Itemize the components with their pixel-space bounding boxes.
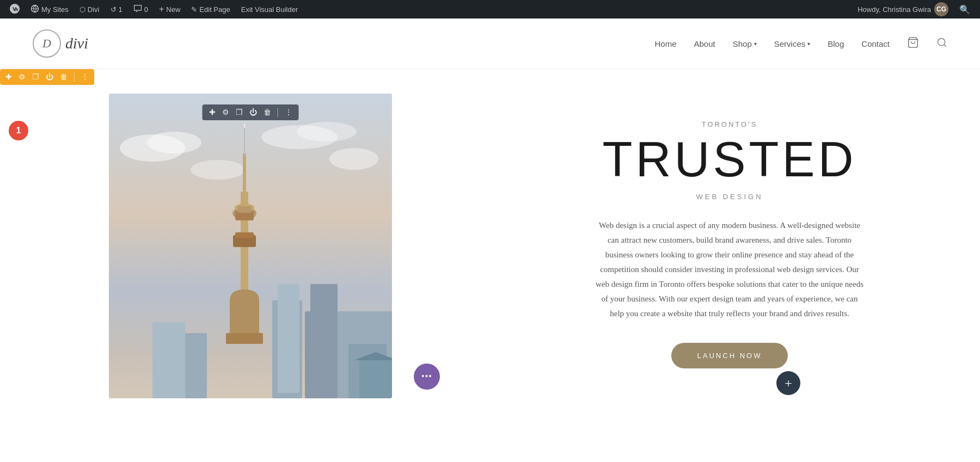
hero-image-column: ✚ ⚙ ❐ ⏻ 🗑 ⋮: [0, 88, 490, 401]
nav-shop[interactable]: Shop ▾: [733, 39, 757, 48]
search-icon-admin[interactable]: 🔍: [955, 4, 975, 15]
comments-button[interactable]: 0: [129, 0, 152, 19]
outer-section-toolbar[interactable]: ✚ ⚙ ❐ ⏻ 🗑 ⋮: [0, 69, 94, 85]
svg-rect-29: [359, 360, 392, 398]
new-button[interactable]: + New: [155, 0, 185, 19]
section-number: 1: [16, 126, 21, 135]
inner-module-toolbar[interactable]: ✚ ⚙ ❐ ⏻ 🗑 ⋮: [203, 104, 299, 120]
search-icon-nav[interactable]: [936, 37, 947, 51]
inner-toolbar-divider: [278, 108, 278, 117]
outer-disable-icon[interactable]: ⏻: [46, 73, 53, 82]
svg-rect-23: [278, 284, 299, 393]
svg-point-7: [297, 122, 357, 141]
svg-rect-20: [226, 333, 263, 344]
new-plus-icon: +: [159, 4, 164, 14]
shop-chevron-icon: ▾: [754, 41, 757, 47]
revisions-button[interactable]: ↺ 1: [106, 0, 127, 19]
outer-more-icon[interactable]: ⋮: [81, 72, 89, 82]
section-number-badge: 1: [9, 121, 28, 140]
wp-icon: [10, 4, 20, 15]
hero-text-column: TORONTO'S TRUSTED WEB DESIGN Web design …: [490, 88, 980, 401]
hero-subtitle: TORONTO'S: [702, 120, 758, 128]
logo-circle-icon: D: [33, 29, 61, 58]
toolbar-divider: [74, 73, 75, 82]
launch-now-button[interactable]: LAUNCH NOW: [671, 343, 788, 368]
new-label: New: [166, 5, 180, 14]
comments-icon: [133, 4, 142, 15]
svg-point-8: [329, 148, 378, 170]
svg-point-2: [938, 38, 945, 45]
dark-fab-button[interactable]: +: [776, 371, 800, 395]
svg-rect-15: [244, 124, 245, 128]
svg-rect-13: [243, 153, 246, 208]
edit-page-button[interactable]: ✎ Edit Page: [187, 0, 234, 19]
inner-duplicate-icon[interactable]: ❐: [236, 108, 243, 117]
wp-logo-button[interactable]: [5, 0, 24, 19]
nav-contact[interactable]: Contact: [861, 39, 890, 48]
howdy-text: Howdy, Christina Gwira CG: [853, 2, 953, 16]
hero-image: [109, 94, 392, 398]
exit-label: Exit Visual Builder: [241, 5, 298, 14]
comments-count: 0: [144, 5, 148, 14]
dark-fab-icon: +: [785, 376, 792, 391]
hero-title: TRUSTED: [603, 135, 857, 184]
outer-delete-icon[interactable]: 🗑: [60, 73, 68, 82]
svg-line-3: [944, 44, 946, 46]
inner-delete-icon[interactable]: 🗑: [264, 108, 271, 117]
svg-rect-24: [310, 284, 338, 398]
hero-body-text: Web design is a crucial aspect of any mo…: [593, 218, 866, 321]
outer-settings-icon[interactable]: ⚙: [19, 72, 26, 82]
edit-icon: ✎: [191, 5, 197, 14]
svg-rect-26: [152, 322, 185, 398]
city-skyline-svg: [109, 94, 392, 398]
site-logo[interactable]: D divi: [33, 29, 88, 58]
outer-duplicate-icon[interactable]: ❐: [32, 72, 39, 82]
hero-image-wrapper: ✚ ⚙ ❐ ⏻ 🗑 ⋮: [109, 94, 392, 398]
edit-label: Edit Page: [199, 5, 230, 14]
my-sites-label: My Sites: [41, 5, 69, 14]
revisions-count: 1: [119, 5, 122, 14]
nav-home[interactable]: Home: [654, 39, 676, 48]
svg-point-9: [191, 160, 245, 180]
inner-add-icon[interactable]: ✚: [209, 108, 216, 117]
svg-rect-14: [244, 126, 245, 156]
site-navigation: Home About Shop ▾ Services ▾ Blog Contac…: [654, 36, 947, 51]
nav-about[interactable]: About: [694, 39, 715, 48]
exit-visual-builder-button[interactable]: Exit Visual Builder: [237, 0, 303, 19]
svg-rect-27: [185, 333, 207, 398]
purple-fab-button[interactable]: •••: [414, 364, 440, 390]
services-chevron-icon: ▾: [807, 41, 810, 47]
svg-point-5: [147, 132, 201, 153]
divi-button[interactable]: ⬡ Divi: [75, 0, 104, 19]
nav-blog[interactable]: Blog: [828, 39, 844, 48]
outer-add-icon[interactable]: ✚: [5, 72, 12, 82]
admin-bar: My Sites ⬡ Divi ↺ 1 0 + New ✎ Edit Page …: [0, 0, 980, 19]
avatar: CG: [934, 2, 948, 16]
my-sites-icon: [30, 4, 39, 15]
hero-subtitle2: WEB DESIGN: [696, 193, 763, 201]
revisions-icon: ↺: [111, 5, 117, 14]
howdy-label: Howdy, Christina Gwira: [857, 5, 931, 14]
admin-bar-right: Howdy, Christina Gwira CG 🔍: [853, 2, 975, 16]
inner-disable-icon[interactable]: ⏻: [249, 108, 257, 117]
nav-services[interactable]: Services ▾: [774, 39, 811, 48]
svg-rect-17: [237, 206, 252, 213]
page-content: ✚ ⚙ ❐ ⏻ 🗑 ⋮ 1 ✚ ⚙ ❐ ⏻ 🗑 ⋮: [0, 69, 980, 401]
logo-text: divi: [65, 35, 88, 52]
inner-settings-icon[interactable]: ⚙: [222, 108, 229, 117]
site-header: D divi Home About Shop ▾ Services ▾ Blog…: [0, 19, 980, 69]
inner-more-icon[interactable]: ⋮: [285, 108, 292, 117]
cart-icon[interactable]: [907, 36, 919, 51]
my-sites-button[interactable]: My Sites: [26, 0, 73, 19]
svg-rect-19: [235, 232, 254, 238]
divi-icon: ⬡: [79, 5, 85, 14]
divi-label: Divi: [88, 5, 100, 14]
logo-letter: D: [42, 36, 51, 51]
hero-section: ✚ ⚙ ❐ ⏻ 🗑 ⋮: [0, 69, 980, 401]
purple-fab-icon: •••: [421, 372, 432, 381]
